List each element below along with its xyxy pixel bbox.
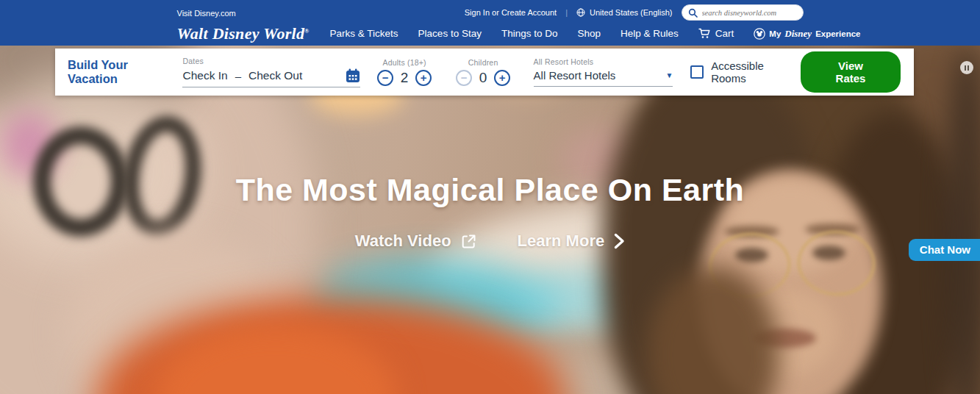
main-nav-items: Parks & Tickets Places to Stay Things to… [330, 28, 734, 39]
accessible-rooms-group: Accessible Rooms [690, 60, 801, 85]
pause-button[interactable] [960, 61, 973, 74]
dates-separator: – [235, 70, 241, 82]
resort-selected-value: All Resort Hotels [534, 69, 616, 82]
build-your-vacation-title: Build Your Vacation [68, 58, 163, 86]
calendar-icon[interactable] [346, 68, 360, 83]
booking-bar: Build Your Vacation Dates Check In – Che… [55, 49, 914, 96]
hero-title: The Most Magical Place On Earth [236, 172, 745, 208]
adults-count: 2 [400, 70, 409, 86]
children-stepper: Children − 0 + [452, 58, 515, 86]
children-count: 0 [479, 70, 487, 86]
dates-field[interactable]: Dates Check In – Check Out [182, 57, 360, 87]
resort-dropdown[interactable]: All Resort Hotels All Resort Hotels ▼ [534, 57, 673, 87]
mdx-disney-label: Disney [784, 28, 812, 40]
external-link-icon [461, 234, 476, 249]
view-rates-button[interactable]: View Rates [801, 51, 901, 93]
nav-item-places-to-stay[interactable]: Places to Stay [418, 28, 482, 39]
children-label: Children [468, 58, 498, 67]
search-icon [688, 8, 698, 18]
check-in-value[interactable]: Check In [182, 69, 227, 82]
my-disney-experience-button[interactable]: MyDisneyExperience [754, 28, 860, 40]
chevron-down-icon: ▼ [665, 71, 673, 79]
adults-label: Adults (18+) [382, 58, 426, 67]
cart-button[interactable]: Cart [698, 28, 734, 39]
mdx-experience-label: Experience [815, 29, 860, 38]
watch-video-link[interactable]: Watch Video [355, 232, 476, 251]
chevron-right-icon [614, 233, 625, 249]
dates-label: Dates [182, 57, 360, 65]
locale-selector[interactable]: United States (English) [576, 8, 673, 17]
children-plus-button[interactable]: + [494, 70, 510, 86]
nav-item-help-rules[interactable]: Help & Rules [620, 28, 679, 39]
accessible-rooms-checkbox[interactable] [690, 65, 704, 79]
utility-row: Visit Disney.com Sign In or Create Accou… [177, 4, 804, 21]
visit-disney-link[interactable]: Visit Disney.com [177, 9, 236, 18]
children-minus-button[interactable]: − [456, 70, 472, 86]
nav-item-parks-tickets[interactable]: Parks & Tickets [330, 28, 398, 39]
nav-item-shop[interactable]: Shop [577, 28, 601, 39]
resort-label: All Resort Hotels [534, 57, 673, 66]
adults-minus-button[interactable]: − [377, 70, 393, 86]
mdx-my-label: My [769, 29, 781, 38]
cart-label: Cart [715, 28, 734, 39]
hero-video: Build Your Vacation Dates Check In – Che… [0, 46, 980, 394]
chat-now-button[interactable]: Chat Now [909, 239, 980, 261]
globe-icon [576, 8, 585, 17]
check-out-value[interactable]: Check Out [248, 69, 302, 82]
pause-icon [965, 65, 966, 71]
hero-content: The Most Magical Place On Earth Watch Vi… [0, 172, 980, 251]
adults-stepper: Adults (18+) − 2 + [373, 58, 436, 86]
top-navbar: Visit Disney.com Sign In or Create Accou… [0, 0, 980, 46]
learn-more-link[interactable]: Learn More [518, 232, 626, 251]
locale-label: United States (English) [590, 8, 673, 17]
search-input[interactable] [702, 9, 790, 17]
sign-in-link[interactable]: Sign In or Create Account [465, 8, 557, 17]
mickey-icon [754, 28, 765, 40]
accessible-rooms-label: Accessible Rooms [711, 60, 801, 85]
adults-plus-button[interactable]: + [415, 70, 432, 86]
nav-item-things-to-do[interactable]: Things to Do [501, 28, 558, 39]
utility-divider: | [565, 8, 568, 17]
main-nav-row: Walt Disney World® Parks & Tickets Place… [177, 22, 804, 45]
search-box[interactable] [682, 4, 804, 21]
cart-icon [698, 28, 711, 39]
walt-disney-world-logo[interactable]: Walt Disney World® [177, 24, 310, 43]
